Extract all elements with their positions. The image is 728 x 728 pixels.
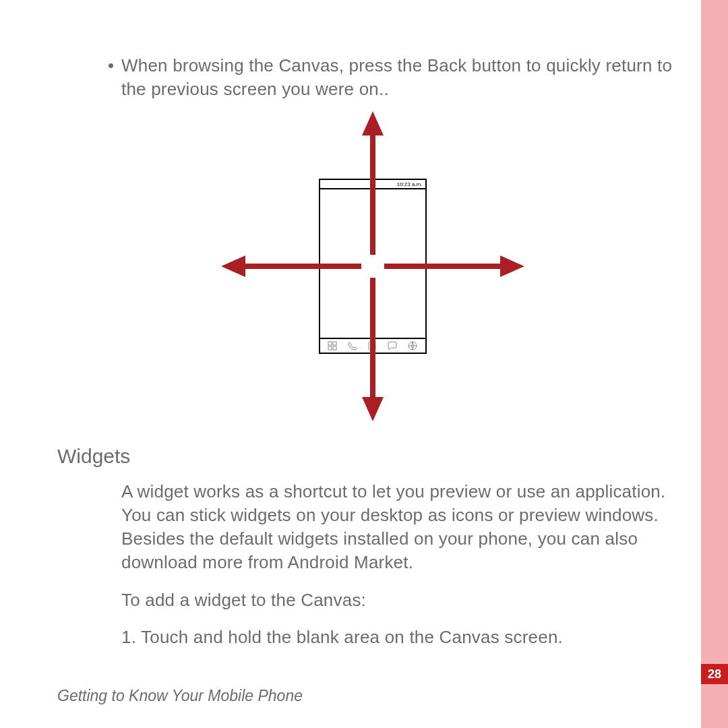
svg-rect-7 — [333, 346, 336, 350]
message-icon — [387, 340, 398, 351]
side-accent-bar — [701, 0, 728, 728]
widgets-description: A widget works as a shortcut to let you … — [57, 480, 688, 574]
section-heading: Widgets — [57, 445, 688, 468]
phone-call-icon — [347, 340, 358, 351]
bullet-item: When browsing the Canvas, press the Back… — [57, 54, 688, 101]
phone-time: 10:23 a.m. — [397, 181, 423, 187]
svg-marker-2 — [221, 255, 376, 277]
arrow-right-icon — [369, 254, 524, 278]
svg-rect-5 — [333, 342, 336, 345]
svg-marker-3 — [369, 255, 524, 277]
arrow-down-icon — [361, 266, 385, 421]
svg-rect-4 — [328, 342, 332, 345]
arrow-left-icon — [221, 254, 376, 278]
step-1: 1. Touch and hold the blank area on the … — [57, 626, 688, 649]
page-content: When browsing the Canvas, press the Back… — [57, 54, 688, 649]
footer-text: Getting to Know Your Mobile Phone — [57, 687, 303, 705]
browser-icon — [407, 340, 418, 351]
diagram-center-gap — [361, 255, 384, 278]
page-number: 28 — [701, 664, 728, 684]
svg-marker-0 — [362, 111, 384, 266]
arrow-up-icon — [361, 111, 385, 266]
diagram-container: 10:23 a.m. — [57, 111, 688, 421]
svg-rect-6 — [328, 346, 332, 350]
apps-icon — [327, 340, 338, 351]
add-widget-intro: To add a widget to the Canvas: — [57, 588, 688, 612]
svg-marker-1 — [362, 266, 384, 421]
canvas-swipe-diagram: 10:23 a.m. — [211, 111, 535, 421]
